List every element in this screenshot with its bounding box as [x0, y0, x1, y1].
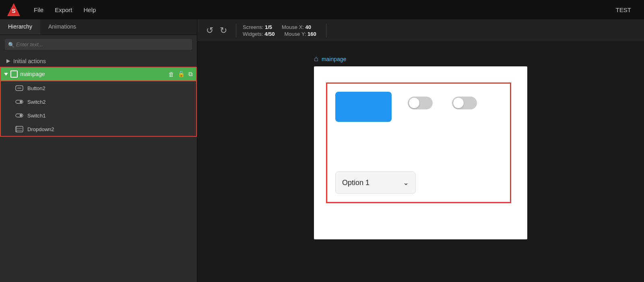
child-items: Button2 Switch2 — [0, 81, 197, 137]
undo-button[interactable]: ↺ — [204, 24, 216, 37]
switch-track — [408, 97, 433, 109]
child-item-label: Button2 — [27, 85, 45, 91]
search-input[interactable] — [5, 39, 192, 50]
toolbar: ↺ ↻ Screens: 1/5 Mouse X: 40 Widgets: 4/… — [197, 19, 644, 42]
menu-file[interactable]: File — [34, 6, 43, 13]
widgets-value: 4/50 — [264, 31, 275, 37]
menu-help[interactable]: Help — [84, 6, 96, 13]
lock-icon[interactable]: 🔒 — [178, 70, 185, 78]
tab-hierarchy[interactable]: Hierarchy — [0, 19, 40, 35]
play-icon — [6, 59, 10, 63]
chevron-down-icon — [4, 73, 8, 76]
toolbar-separator — [236, 23, 236, 38]
delete-icon[interactable]: 🗑 — [168, 71, 174, 78]
list-item[interactable]: Switch1 — [1, 109, 196, 122]
tab-animations[interactable]: Animations — [40, 19, 84, 35]
screens-value: 1/5 — [265, 24, 272, 30]
app-title: TEST — [616, 6, 631, 13]
main-layout: Hierarchy Animations 🔍 Initial actions m… — [0, 19, 644, 282]
child-item-label: Switch2 — [27, 99, 46, 105]
mouse-y-info: Mouse Y: 160 — [285, 31, 316, 37]
switch-track — [452, 97, 477, 109]
topbar: S File Export Help TEST — [0, 0, 644, 19]
screen-frame[interactable]: Option 1 ⌄ — [314, 66, 527, 239]
selection-box: Option 1 ⌄ — [326, 82, 511, 203]
list-item[interactable]: Button2 — [1, 81, 196, 95]
tabs: Hierarchy Animations — [0, 19, 197, 35]
initial-actions-row[interactable]: Initial actions — [0, 56, 197, 67]
switch-widget-icon — [15, 111, 23, 119]
child-item-label: Switch1 — [27, 113, 46, 119]
mainpage-actions: 🗑 🔒 ⧉ — [168, 70, 193, 78]
undo-redo-group: ↺ ↻ — [204, 24, 229, 37]
switch-widget-2[interactable] — [452, 97, 477, 109]
mouse-x-info: Mouse X: 40 — [282, 24, 311, 30]
switch-widget-1[interactable] — [408, 97, 433, 109]
initial-actions-label: Initial actions — [13, 58, 46, 64]
svg-rect-9 — [16, 126, 23, 132]
blue-button-widget[interactable] — [335, 92, 392, 122]
switch-widget-icon — [15, 98, 23, 106]
dropdown-chevron-icon: ⌄ — [403, 178, 409, 187]
switch-thumb — [409, 98, 419, 108]
canvas-area: ⌂ mainpage — [197, 42, 644, 282]
button-widget-icon — [15, 84, 23, 92]
svg-point-6 — [20, 101, 22, 103]
screen-label: ⌂ mainpage — [314, 55, 346, 63]
hierarchy-content: Initial actions mainpage 🗑 🔒 ⧉ — [0, 54, 197, 282]
right-content: ↺ ↻ Screens: 1/5 Mouse X: 40 Widgets: 4/… — [197, 19, 644, 282]
topbar-menu: File Export Help — [34, 6, 603, 13]
switch-thumb — [453, 98, 464, 108]
mouse-y-value: 160 — [308, 31, 316, 37]
screen-container: ⌂ mainpage — [314, 55, 527, 239]
search-bar: 🔍 — [0, 35, 197, 54]
home-icon: ⌂ — [314, 55, 318, 63]
toolbar-info: Screens: 1/5 Mouse X: 40 Widgets: 4/50 M… — [243, 24, 316, 37]
mainpage-label: mainpage — [20, 71, 168, 77]
mainpage-screen-icon — [10, 70, 18, 78]
svg-point-8 — [20, 114, 22, 117]
screens-info: Screens: 1/5 — [243, 24, 272, 30]
dropdown-value: Option 1 — [342, 179, 369, 187]
list-item[interactable]: Dropdown2 — [1, 122, 196, 136]
screen-name: mainpage — [322, 56, 347, 62]
toolbar-separator-2 — [326, 23, 326, 38]
mouse-x-value: 40 — [305, 24, 311, 30]
left-panel: Hierarchy Animations 🔍 Initial actions m… — [0, 19, 197, 282]
redo-button[interactable]: ↻ — [217, 24, 229, 37]
svg-text:S: S — [12, 8, 15, 14]
dropdown-widget[interactable]: Option 1 ⌄ — [335, 171, 416, 194]
search-icon: 🔍 — [8, 41, 14, 47]
mainpage-row[interactable]: mainpage 🗑 🔒 ⧉ — [0, 67, 197, 81]
menu-export[interactable]: Export — [55, 6, 72, 13]
app-logo[interactable]: S — [6, 2, 21, 17]
copy-icon[interactable]: ⧉ — [188, 70, 193, 78]
dropdown-widget-icon — [15, 125, 23, 133]
widgets-info: Widgets: 4/50 — [243, 31, 275, 37]
child-item-label: Dropdown2 — [27, 126, 54, 132]
list-item[interactable]: Switch2 — [1, 95, 196, 109]
